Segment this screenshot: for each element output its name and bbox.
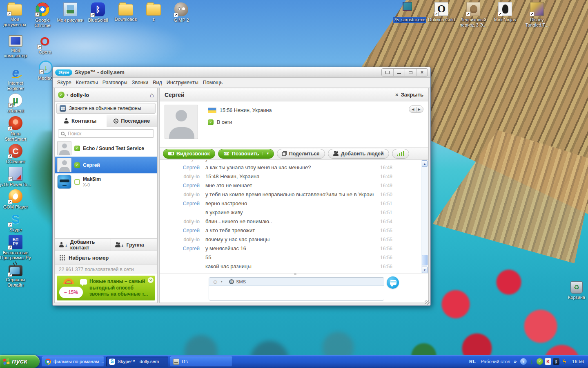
user-status-icon[interactable]: ✓ — [58, 92, 65, 98]
close-button[interactable]: × — [416, 69, 428, 76]
scrollbar-thumb[interactable] — [422, 255, 428, 265]
icon-label: Ледниковый период 3 Э... — [457, 17, 489, 27]
desktop-icon-ccleaner[interactable]: C↗CCleaner — [0, 144, 31, 164]
task-button[interactable]: фильмы по романам ... — [42, 357, 104, 367]
menu-item-5[interactable]: Вид — [152, 79, 163, 86]
desktop-icon-ie[interactable]: eInternet Explorer — [0, 65, 31, 91]
desktop-icon-gimp[interactable]: ↗GIMP 2 — [167, 2, 195, 28]
task-button[interactable]: SSkype™ - dolly.sem — [106, 357, 168, 367]
emoticon-dropdown-icon[interactable]: ▼ — [220, 280, 223, 283]
clock[interactable]: 16:56 — [572, 359, 584, 364]
current-user-row[interactable]: ✓ ▾ dolly-lo ⌂ — [55, 88, 157, 102]
scroll-down-icon[interactable]: ▼ — [422, 267, 428, 273]
desktop-icon-tv[interactable]: ↗Сериалы Онлайн — [0, 263, 31, 287]
avatar — [57, 175, 71, 189]
desktop-toolbar-label[interactable]: Рабочий стол — [481, 359, 510, 364]
desktop-icon-exe75[interactable]: 75_scrnstcr.exe — [394, 2, 425, 27]
message-text: 15:48 Нежин, Украина — [205, 173, 374, 180]
create-group-button[interactable]: + Группа — [111, 239, 157, 251]
search-input[interactable] — [67, 130, 151, 137]
status-dropdown-icon[interactable]: ▾ — [67, 93, 68, 97]
desktop-icon-folder[interactable]: ↗Мои документы — [1, 2, 29, 28]
call-quality-button[interactable] — [392, 149, 409, 159]
tab-recent[interactable]: Последние — [106, 115, 158, 127]
desktop-icon-jv16[interactable]: ↗jv16 PowerTo... — [0, 167, 31, 187]
toolbar-chevron-icon[interactable]: » — [514, 359, 517, 364]
desktop-icon-gom[interactable]: ↗GOM Player — [0, 189, 31, 210]
sms-label[interactable]: SMS — [236, 279, 246, 284]
minimize-button[interactable] — [393, 69, 405, 76]
scroll-up-icon[interactable]: ▲ — [422, 160, 428, 167]
restore-button[interactable] — [382, 69, 393, 76]
task-button[interactable]: D:\ — [170, 357, 232, 367]
hide-tray-icon[interactable]: ‹ — [520, 358, 527, 365]
power-tray-icon[interactable]: ϟ — [561, 358, 568, 365]
search-icon — [61, 132, 65, 135]
desktop-icon-bluesoleil[interactable]: ᛒ↗BlueSoleil — [84, 2, 112, 28]
desktop-icon-folder[interactable]: z — [140, 2, 167, 28]
share-button[interactable]: Поделиться — [277, 149, 325, 159]
tab-contacts[interactable]: Контакты — [55, 115, 106, 127]
language-indicator[interactable]: RL — [469, 359, 476, 364]
desktop-icon-skypeapp[interactable]: S↗Skype — [0, 212, 31, 233]
contact-row[interactable]: Mak$imX-0 — [55, 173, 157, 190]
message-text: а как ты узнала чтоу меня на час меньше? — [205, 164, 374, 171]
kaspersky-tray-icon[interactable]: K — [545, 358, 551, 365]
profile-nav-arrows[interactable]: ◀ ▶ — [409, 105, 423, 113]
call-phones-button[interactable]: ☎ Звоните на обычные телефоны — [56, 103, 156, 114]
mediaget-icon: ↓↗ — [39, 61, 53, 74]
desktop-icon-opera[interactable]: O↗Opera — [30, 34, 60, 58]
desktop-icon-ninjas[interactable]: ↗Mini Ninjas — [489, 2, 521, 27]
ad-banner[interactable]: − 15% Новые планы – самый выгодный спосо… — [57, 276, 155, 301]
desktop-icon-bpru[interactable]: БП РУ↗Бесплатные Программы Ру — [0, 235, 31, 260]
ad-close-icon[interactable]: ✕ — [148, 277, 154, 283]
menu-item-1[interactable]: Skype — [57, 79, 72, 86]
online-status-icon: ✓ — [74, 146, 80, 151]
desktop-icon-chrome[interactable]: ↗Google Chrome — [29, 2, 56, 28]
menu-item-3[interactable]: Разговоры — [102, 79, 128, 86]
desktop-icon-folder[interactable]: Downloads — [112, 2, 140, 28]
search-box[interactable] — [58, 129, 154, 138]
contact-row[interactable]: ✓Сергей — [55, 157, 157, 173]
close-conversation-button[interactable]: × Закрыть — [395, 92, 423, 98]
menu-item-4[interactable]: Звонки — [131, 79, 149, 86]
desktop-icon-oblivion[interactable]: O↗Oblivion Gold — [425, 2, 457, 27]
maximize-button[interactable] — [405, 69, 416, 76]
dial-number-button[interactable]: Набрать номер — [55, 251, 157, 264]
message-input[interactable] — [209, 286, 384, 300]
call-button[interactable]: ☎ Позвонить ▼ — [218, 149, 274, 159]
prev-arrow-icon[interactable]: ◀ — [410, 108, 416, 111]
folder-icon: ↗ — [7, 4, 22, 16]
title-bar[interactable]: Skype Skype™ - dolly.sem × — [53, 67, 430, 78]
desktop-icon-recycle[interactable]: ♻Корзина — [563, 280, 588, 300]
bluetooth-tray-icon[interactable]: ᛒ — [553, 358, 559, 365]
next-arrow-icon[interactable]: ▶ — [416, 108, 422, 111]
emoticon-icon[interactable]: ☺ — [212, 279, 218, 285]
task-label: Skype™ - dolly.sem — [118, 359, 159, 364]
mediaget-tray-icon[interactable]: ↓ — [528, 358, 535, 365]
message-input-box[interactable]: ☺ ▼ ☎ SMS — [209, 277, 384, 301]
skype-tray-icon[interactable]: ✓ — [537, 358, 543, 365]
menu-item-6[interactable]: Инструменты — [166, 79, 199, 86]
desktop-icon-pictures[interactable]: Мои рисунки — [56, 2, 84, 28]
chat-scrollbar[interactable]: ▲ ▼ — [421, 160, 428, 273]
desktop-icon-tangled[interactable]: ↗Disney Tangled.T... — [521, 2, 553, 27]
menu-item-7[interactable]: Помощь — [203, 79, 223, 86]
sms-icon[interactable]: ☎ — [229, 279, 234, 284]
contact-row[interactable]: ✓Echo / Sound Test Service — [55, 140, 157, 157]
add-contact-button[interactable]: + Добавить контакт — [55, 239, 111, 251]
desktop-icon-iceage[interactable]: ↗Ледниковый период 3 Э... — [457, 2, 489, 27]
desktop-icon-computer[interactable]: Мой компьютер — [1, 34, 30, 58]
ie-icon: e — [9, 65, 22, 79]
resize-grip[interactable] — [425, 300, 430, 305]
desktop-icon-nero[interactable]: ↗Nero StartSmart — [0, 116, 31, 141]
tab-recent-label: Последние — [121, 118, 150, 124]
desktop-icon-utorrent[interactable]: µ↗uTorrent — [0, 93, 31, 114]
menu-item-2[interactable]: Контакты — [76, 79, 98, 86]
send-message-button[interactable] — [387, 276, 399, 289]
video-call-button[interactable]: Видеозвонок — [163, 149, 215, 159]
home-icon[interactable]: ⌂ — [150, 92, 154, 99]
start-button[interactable]: пуск — [0, 355, 40, 368]
call-dropdown-icon[interactable]: ▼ — [263, 152, 272, 155]
add-people-button[interactable]: Добавить людей — [328, 149, 389, 159]
